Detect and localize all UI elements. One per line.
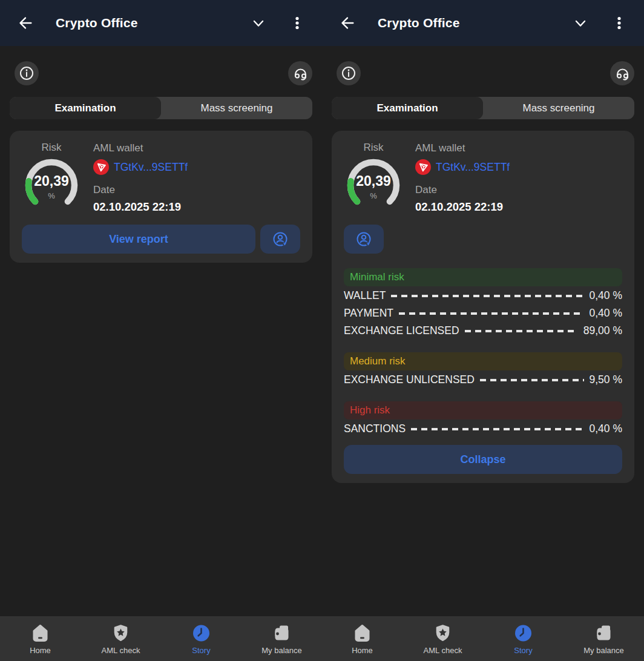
aml-report-card: Risk 20,39 % AML wallet — [10, 131, 312, 263]
nav-label: Home — [30, 646, 51, 655]
risk-row-sanctions: SANCTIONS 0,40 % — [344, 420, 622, 437]
risk-unit: % — [23, 191, 80, 200]
chevron-down-icon[interactable] — [248, 13, 269, 33]
support-button[interactable] — [610, 61, 634, 85]
nav-item-home[interactable]: Home — [0, 622, 80, 655]
risk-value: 20,39 — [345, 173, 402, 189]
risk-gauge: 20,39 % — [345, 157, 402, 214]
nav-item-my-balance[interactable]: My balance — [242, 622, 322, 655]
screen-left-collapsed: Crypto Office Examination — [0, 0, 322, 661]
nav-item-story[interactable]: Story — [483, 622, 564, 655]
risk-row-exchange-unlicensed: EXCHANGE UNLICENSED 9,50 % — [344, 371, 622, 388]
nav-label: Story — [514, 646, 532, 655]
risk-label: Risk — [23, 142, 80, 154]
wallet-address: TGtKv...9SETTf — [436, 161, 510, 174]
risk-unit: % — [345, 191, 402, 200]
risk-row-wallet: WALLET 0,40 % — [344, 287, 622, 304]
wallet-icon — [272, 623, 292, 643]
medium-risk-header: Medium risk — [344, 352, 622, 370]
date-value: 02.10.2025 22:19 — [415, 200, 510, 214]
risk-row-value: 89,00 % — [583, 324, 622, 337]
risk-row-label: EXCHANGE LICENSED — [344, 324, 459, 337]
bottom-navigation: Home AML check Story My balance — [0, 616, 322, 661]
wallet-icon — [594, 623, 614, 643]
risk-row-value: 0,40 % — [590, 289, 622, 302]
nav-label: My balance — [583, 646, 623, 655]
back-icon[interactable] — [15, 13, 35, 33]
dash-leader — [391, 295, 583, 297]
tab-examination[interactable]: Examination — [332, 97, 483, 119]
support-button[interactable] — [288, 61, 312, 85]
tab-mass-screening[interactable]: Mass screening — [483, 97, 634, 119]
app-title: Crypto Office — [378, 16, 460, 30]
nav-label: Story — [192, 646, 210, 655]
risk-row-label: PAYMENT — [344, 307, 393, 320]
kebab-menu-icon[interactable] — [287, 13, 307, 33]
risk-gauge: 20,39 % — [23, 157, 80, 214]
nav-item-home[interactable]: Home — [322, 622, 402, 655]
info-button[interactable] — [15, 61, 39, 85]
dash-leader — [399, 312, 584, 315]
app-title: Crypto Office — [56, 16, 138, 30]
aml-report-card-expanded: Risk 20,39 % AML wallet — [332, 131, 634, 483]
top-bar: Crypto Office — [0, 0, 322, 46]
headset-icon — [614, 65, 631, 82]
risk-row-value: 0,40 % — [590, 307, 622, 320]
dash-leader — [480, 379, 584, 381]
info-icon — [19, 65, 34, 81]
kebab-menu-icon[interactable] — [609, 13, 629, 33]
dash-leader — [411, 428, 583, 430]
wallet-address: TGtKv...9SETTf — [114, 161, 188, 174]
screening-tabs: Examination Mass screening — [332, 97, 634, 119]
wallet-label: AML wallet — [93, 142, 188, 154]
tab-examination[interactable]: Examination — [10, 97, 161, 119]
risk-row-payment: PAYMENT 0,40 % — [344, 304, 622, 321]
recheck-user-button[interactable] — [344, 225, 384, 254]
tron-icon — [415, 159, 431, 175]
recheck-user-button[interactable] — [260, 225, 300, 254]
clock-icon — [513, 623, 533, 643]
shield-star-icon — [433, 623, 453, 643]
nav-item-my-balance[interactable]: My balance — [564, 622, 644, 655]
collapse-button[interactable]: Collapse — [344, 445, 622, 474]
risk-row-label: EXCHANGE UNLICENSED — [344, 373, 475, 386]
tron-icon — [93, 159, 109, 175]
minimal-risk-header: Minimal risk — [344, 268, 622, 286]
shield-star-icon — [111, 623, 131, 643]
user-sync-icon — [355, 230, 373, 248]
risk-value: 20,39 — [23, 173, 80, 189]
date-label: Date — [415, 184, 510, 196]
date-value: 02.10.2025 22:19 — [93, 200, 188, 214]
clock-icon — [191, 623, 211, 643]
home-icon — [352, 623, 372, 643]
back-icon[interactable] — [337, 13, 357, 33]
nav-label: My balance — [261, 646, 301, 655]
user-sync-icon — [271, 230, 289, 248]
nav-label: Home — [352, 646, 373, 655]
headset-icon — [292, 65, 309, 82]
nav-item-aml-check[interactable]: AML check — [80, 622, 161, 655]
screen-right-expanded: Crypto Office Examination — [322, 0, 644, 661]
dash-leader — [465, 330, 578, 332]
info-icon — [341, 65, 356, 81]
home-icon — [30, 623, 50, 643]
wallet-address-link[interactable]: TGtKv...9SETTf — [93, 159, 188, 175]
info-button[interactable] — [337, 61, 361, 85]
top-bar: Crypto Office — [322, 0, 644, 46]
risk-row-exchange-licensed: EXCHANGE LICENSED 89,00 % — [344, 322, 622, 339]
high-risk-header: High risk — [344, 401, 622, 419]
page-content: Examination Mass screening Risk 20,39 % — [0, 46, 322, 661]
view-report-button[interactable]: View report — [22, 225, 255, 254]
tab-mass-screening[interactable]: Mass screening — [161, 97, 312, 119]
wallet-label: AML wallet — [415, 142, 510, 154]
nav-item-aml-check[interactable]: AML check — [402, 622, 483, 655]
chevron-down-icon[interactable] — [570, 13, 591, 33]
page-content: Examination Mass screening Risk 20,39 % — [322, 46, 644, 661]
wallet-address-link[interactable]: TGtKv...9SETTf — [415, 159, 510, 175]
nav-label: AML check — [424, 646, 462, 655]
nav-item-story[interactable]: Story — [161, 622, 242, 655]
risk-row-label: SANCTIONS — [344, 423, 406, 435]
risk-label: Risk — [345, 142, 402, 154]
risk-row-label: WALLET — [344, 289, 386, 302]
date-label: Date — [93, 184, 188, 196]
